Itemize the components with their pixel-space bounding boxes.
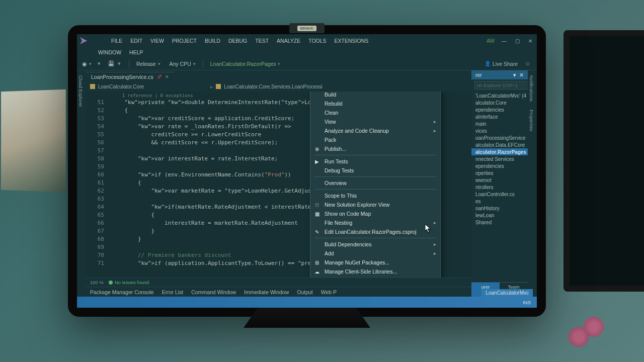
properties-tab[interactable]: Properties: [529, 110, 536, 131]
platform-dropdown[interactable]: Any CPU: [167, 60, 199, 68]
tool-tab-web-p[interactable]: Web P: [317, 288, 341, 296]
tree-item[interactable]: oanHistory: [471, 205, 528, 212]
ctx-file-nesting[interactable]: File Nesting: [310, 218, 440, 227]
tree-item[interactable]: oanProcessingService: [471, 134, 528, 141]
close-tab-icon[interactable]: ✕: [165, 74, 169, 79]
tree-item[interactable]: ntrollers: [471, 184, 528, 191]
menu-edit[interactable]: EDIT: [126, 37, 146, 45]
code-editor[interactable]: 5152535455565758596061626364656667686970…: [86, 92, 471, 278]
zoom-level[interactable]: 100 %: [90, 280, 104, 285]
config-dropdown[interactable]: Release: [133, 60, 164, 68]
nav-back-dropdown[interactable]: ◉: [82, 60, 95, 68]
ctx-manage-user-secrets[interactable]: Manage User Secrets: [310, 276, 440, 278]
title-bar: FILEEDITVIEWPROJECTBUILDDEBUGTESTANALYZE…: [77, 34, 537, 47]
status-project-tag: LoanCalculatorMvc: [481, 289, 533, 297]
secondary-monitor: [564, 30, 644, 292]
ctx-analyze-and-code-cleanup[interactable]: Analyze and Code Cleanup: [310, 126, 440, 135]
tree-item[interactable]: LoanController.cs: [471, 191, 528, 198]
solution-header: rer ▾ ✕: [471, 70, 528, 79]
solution-explorer-panel: rer ▾ ✕ 🔍 'LoanCalculatorMvc' (4 alculat…: [471, 70, 528, 297]
tree-item[interactable]: nnected Services: [471, 155, 528, 162]
breadcrumb-project[interactable]: LoanCalculator.Core: [98, 84, 144, 89]
main-menu-bar-row2: WINDOWHELP: [77, 47, 537, 57]
ctx-add[interactable]: Add: [310, 249, 440, 258]
cloud-explorer-tab[interactable]: Cloud Explorer: [78, 75, 85, 107]
ctx-build-dependencies[interactable]: Build Dependencies: [310, 240, 440, 249]
tree-item[interactable]: alculator.RazorPages: [471, 148, 528, 155]
ctx-publish[interactable]: ⊕Publish...: [310, 144, 440, 153]
ctx-edit-loancalculator-razorpages-csproj[interactable]: ✎Edit LoanCalculator.RazorPages.csproj: [310, 227, 440, 236]
tool-tab-command-window[interactable]: Command Window: [187, 288, 240, 296]
tree-item[interactable]: aInterface: [471, 113, 528, 120]
menu-view[interactable]: VIEW: [146, 37, 168, 45]
ctx-new-solution-explorer-view[interactable]: □New Solution Explorer View: [310, 200, 440, 209]
tree-item[interactable]: alculator.Data.EFCore: [471, 141, 528, 148]
panel-dropdown-icon[interactable]: ▾: [513, 72, 516, 78]
menu-debug[interactable]: DEBUG: [224, 37, 251, 45]
solution-search-row: 🔍: [471, 79, 528, 91]
ctx-scope-to-this[interactable]: Scope to This: [310, 191, 440, 200]
ctx-view[interactable]: View: [310, 117, 440, 126]
startup-project-dropdown[interactable]: LoanCalculator.RazorPages: [207, 60, 284, 68]
menu-file[interactable]: FILE: [107, 37, 126, 45]
close-button[interactable]: ✕: [527, 37, 534, 44]
maximize-button[interactable]: ▢: [514, 37, 521, 44]
live-share-button[interactable]: Live Share: [485, 61, 518, 67]
tree-item[interactable]: es: [471, 198, 528, 205]
tree-item[interactable]: Shared: [471, 219, 528, 226]
document-tabs: LoanProcessingService.cs 📌 ✕: [86, 70, 471, 81]
ctx-overview[interactable]: Overview: [310, 178, 440, 188]
tree-item[interactable]: ependencies: [471, 162, 528, 169]
tree-item[interactable]: operties: [471, 169, 528, 176]
solution-header-label: rer: [475, 72, 482, 78]
project-context-menu: BuildRebuildCleanViewAnalyze and Code Cl…: [310, 92, 441, 278]
menu-analyze[interactable]: ANALYZE: [273, 37, 304, 45]
tree-item[interactable]: lewLoan: [471, 212, 528, 219]
breadcrumb-path[interactable]: LoanCalculator.Core.Services.LoanProcess…: [224, 84, 323, 89]
ctx-build[interactable]: Build: [310, 92, 440, 99]
tool-tab-output[interactable]: Output: [293, 288, 317, 296]
tree-item[interactable]: ependencies: [471, 106, 528, 113]
tree-item[interactable]: vices: [471, 127, 528, 134]
ctx-run-tests[interactable]: ▶Run Tests: [310, 157, 440, 166]
panel-close-icon[interactable]: ✕: [519, 72, 524, 78]
document-tab-label: LoanProcessingService.cs: [91, 74, 153, 80]
solution-root[interactable]: 'LoanCalculatorMvc' (4: [471, 92, 528, 99]
user-badge[interactable]: AW: [487, 38, 495, 44]
menu-test[interactable]: TEST: [251, 37, 273, 45]
tree-item[interactable]: alculator.Core: [471, 99, 528, 106]
ctx-show-on-code-map[interactable]: ▦Show on Code Map: [310, 209, 440, 218]
notifications-tab[interactable]: Notifications: [529, 75, 536, 102]
ctx-manage-client-side-libraries[interactable]: ☁Manage Client-Side Libraries...: [310, 267, 440, 276]
ctx-clean[interactable]: Clean: [310, 108, 440, 117]
ctx-manage-nuget-packages[interactable]: ⊞Manage NuGet Packages...: [310, 258, 440, 267]
main-menu-bar: FILEEDITVIEWPROJECTBUILDDEBUGTESTANALYZE…: [90, 36, 389, 46]
save-icon[interactable]: 💾: [108, 60, 115, 67]
issues-indicator[interactable]: No issues found: [109, 280, 149, 285]
menu-project[interactable]: PROJECT: [168, 37, 201, 45]
tool-tab-immediate-window[interactable]: Immediate Window: [240, 288, 293, 296]
ctx-pack[interactable]: Pack: [310, 135, 440, 144]
tool-tab-error-list[interactable]: Error List: [158, 288, 188, 296]
menu-help[interactable]: HELP: [125, 48, 147, 56]
project-icon: [90, 84, 95, 89]
menu-window[interactable]: WINDOW: [94, 48, 125, 56]
bottom-tool-tabs: Package Manager ConsoleError ListCommand…: [86, 287, 471, 297]
menu-tools[interactable]: TOOLS: [304, 37, 330, 45]
pin-icon[interactable]: 📌: [156, 74, 162, 79]
ctx-rebuild[interactable]: Rebuild: [310, 99, 440, 108]
solution-tree[interactable]: 'LoanCalculatorMvc' (4 alculator.Coreepe…: [471, 91, 528, 282]
new-item-icon[interactable]: ▾: [98, 60, 105, 67]
menu-extensions[interactable]: EXTENSIONS: [331, 37, 373, 45]
tree-item[interactable]: wwroot: [471, 176, 528, 184]
feedback-icon[interactable]: ☺: [525, 60, 532, 67]
tree-item[interactable]: main: [471, 120, 528, 127]
tool-tab-package-manager-console[interactable]: Package Manager Console: [86, 288, 158, 296]
nav-breadcrumb: LoanCalculator.Core LoanCalculator.Core.…: [86, 81, 471, 92]
solution-search-input[interactable]: [474, 81, 528, 89]
ctx-debug-tests[interactable]: Debug Tests: [310, 166, 440, 175]
save-all-icon[interactable]: ▾: [118, 60, 125, 67]
menu-build[interactable]: BUILD: [201, 37, 224, 45]
minimize-button[interactable]: —: [501, 37, 508, 44]
document-tab[interactable]: LoanProcessingService.cs 📌 ✕: [86, 72, 174, 81]
